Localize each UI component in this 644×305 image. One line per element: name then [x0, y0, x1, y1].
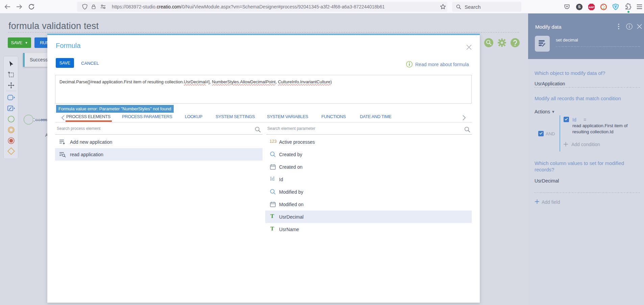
svg-text:S: S: [578, 5, 581, 9]
svg-text:ABP: ABP: [589, 6, 594, 9]
